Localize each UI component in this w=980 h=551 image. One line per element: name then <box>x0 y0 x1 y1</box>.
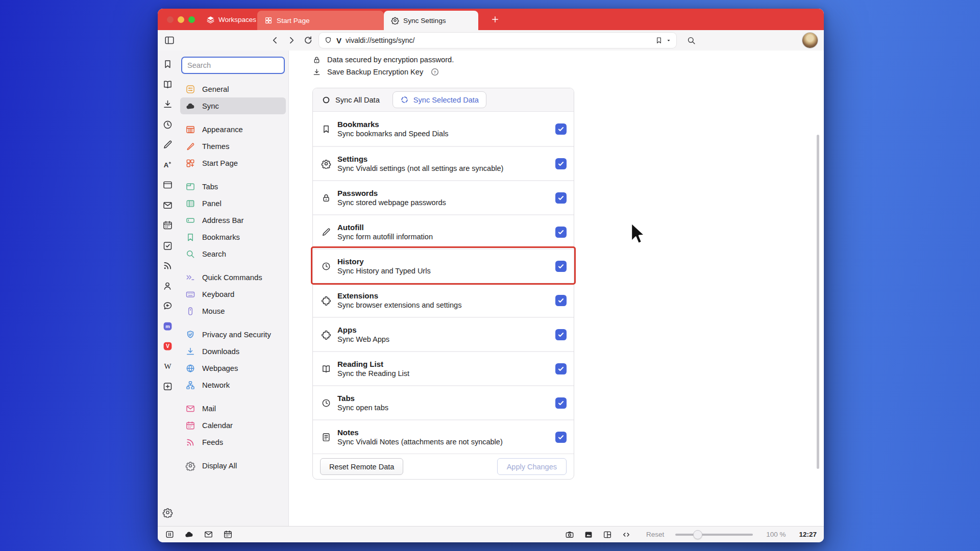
sidebar-item-privacy-and-security[interactable]: Privacy and Security <box>180 326 286 343</box>
sidebar-item-themes[interactable]: Themes <box>180 138 286 155</box>
sync-item-checkbox[interactable] <box>555 261 567 272</box>
page-scrollbar[interactable] <box>817 135 819 469</box>
sync-item-checkbox[interactable] <box>555 192 567 204</box>
backup-key-line[interactable]: Save Backup Encryption Key ? <box>312 66 824 78</box>
sync-item-checkbox[interactable] <box>555 295 567 306</box>
mail-panel-button[interactable] <box>162 200 173 211</box>
url-text[interactable]: vivaldi://settings/sync/ <box>346 36 651 44</box>
sidebar-item-bookmarks[interactable]: Bookmarks <box>180 229 286 245</box>
sidebar-item-quick-commands[interactable]: Quick Commands <box>180 269 286 286</box>
sync-item-checkbox[interactable] <box>555 432 567 443</box>
sidebar-item-panel[interactable]: Panel <box>180 195 286 212</box>
profile-avatar[interactable] <box>802 33 818 48</box>
settings-panel-button[interactable] <box>162 507 173 518</box>
sidebar-item-general[interactable]: General <box>180 81 286 97</box>
sync-item-row-bookmarks[interactable]: BookmarksSync bookmarks and Speed Dials <box>313 112 574 146</box>
sync-item-row-tabs[interactable]: TabsSync open tabs <box>313 385 574 419</box>
add-webpanel-panel-button[interactable] <box>162 381 173 392</box>
chevron-down-icon[interactable] <box>666 38 671 43</box>
forward-button[interactable] <box>286 35 297 45</box>
zoom-slider-track[interactable] <box>675 534 753 536</box>
bookmark-icon[interactable] <box>655 36 663 44</box>
translate-panel-button[interactable]: A <box>162 160 173 170</box>
lock-icon <box>312 56 321 64</box>
reset-remote-data-button[interactable]: Reset Remote Data <box>320 458 403 475</box>
sync-item-checkbox[interactable] <box>555 227 567 238</box>
session-panel-button[interactable] <box>162 300 173 311</box>
sidebar-item-appearance[interactable]: Appearance <box>180 121 286 138</box>
workspaces-button[interactable]: Workspaces <box>206 15 265 24</box>
sidebar-item-network[interactable]: Network <box>180 377 286 393</box>
sync-item-checkbox[interactable] <box>555 329 567 340</box>
tile-statusbar-button[interactable] <box>603 530 612 539</box>
contacts-panel-button[interactable] <box>162 281 173 291</box>
sidebar-item-webpages[interactable]: Webpages <box>180 360 286 377</box>
code-statusbar-button[interactable] <box>622 530 631 539</box>
sync-item-checkbox[interactable] <box>555 363 567 374</box>
settings-search-input[interactable] <box>181 57 285 74</box>
sidebar-item-calendar[interactable]: Calendar <box>180 417 286 434</box>
mail-statusbar-button[interactable] <box>204 530 213 539</box>
sync-item-row-extensions[interactable]: ExtensionsSync browser extensions and se… <box>313 283 574 317</box>
sync-item-row-passwords[interactable]: PasswordsSync stored webpage passwords <box>313 180 574 214</box>
tab-start-page[interactable]: Start Page <box>257 11 384 30</box>
sync-all-data-option[interactable]: Sync All Data <box>322 95 380 105</box>
sidebar-item-address-bar[interactable]: Address Bar <box>180 212 286 229</box>
minimize-window-button[interactable] <box>178 16 184 23</box>
sync-item-row-notes[interactable]: NotesSync Vivaldi Notes (attachments are… <box>313 419 574 454</box>
sync-item-row-autofill[interactable]: AutofillSync form autofill information <box>313 214 574 248</box>
close-window-button[interactable] <box>167 16 174 23</box>
sidebar-item-mouse[interactable]: Mouse <box>180 303 286 319</box>
sidebar-item-feeds[interactable]: Feeds <box>180 434 286 450</box>
reload-button[interactable] <box>303 35 313 45</box>
cloud-statusbar-button[interactable] <box>184 530 194 539</box>
tasks-panel-button[interactable] <box>162 240 173 251</box>
sync-item-row-apps[interactable]: AppsSync Web Apps <box>313 317 574 351</box>
sidebar-item-mail[interactable]: Mail <box>180 400 286 417</box>
sidebar-item-keyboard[interactable]: Keyboard <box>180 286 286 303</box>
feeds-panel-button[interactable] <box>162 260 173 271</box>
image-statusbar-button[interactable] <box>584 530 593 539</box>
wikipedia-panel-button[interactable]: W <box>162 361 173 372</box>
notes-panel-button[interactable] <box>162 139 173 150</box>
camera-statusbar-button[interactable] <box>565 530 574 539</box>
feeds-icon <box>185 437 195 447</box>
zoom-slider-knob[interactable] <box>693 530 702 539</box>
sidebar-item-search[interactable]: Search <box>180 245 286 262</box>
history-panel-button[interactable] <box>162 119 173 130</box>
sidebar-item-sync[interactable]: Sync <box>180 97 286 114</box>
panel-toggle-button[interactable] <box>164 35 175 46</box>
reading-list-panel-button[interactable] <box>162 79 173 90</box>
zoom-reset-button[interactable]: Reset <box>646 531 664 538</box>
download-panel-button[interactable] <box>162 99 173 110</box>
sidebar-item-downloads[interactable]: Downloads <box>180 343 286 360</box>
sidebar-item-start-page[interactable]: Start Page <box>180 155 286 171</box>
sync-item-row-settings[interactable]: SettingsSync Vivaldi settings (not all s… <box>313 146 574 180</box>
sync-item-checkbox[interactable] <box>555 158 567 169</box>
shield-icon[interactable] <box>324 36 332 44</box>
sidebar-item-display-all[interactable]: Display All <box>180 457 286 474</box>
tab-sync-settings[interactable]: Sync Settings <box>384 11 478 30</box>
zoom-window-button[interactable] <box>188 16 195 23</box>
calendar-statusbar-button[interactable] <box>223 530 233 539</box>
backup-key-text[interactable]: Save Backup Encryption Key <box>327 68 423 76</box>
new-tab-button[interactable] <box>491 15 500 24</box>
apply-changes-button[interactable]: Apply Changes <box>497 458 567 475</box>
sync-item-checkbox[interactable] <box>555 397 567 409</box>
sync-item-row-reading-list[interactable]: Reading ListSync the Reading List <box>313 351 574 385</box>
vivaldi-panel-button[interactable]: V <box>162 341 173 352</box>
sync-item-checkbox[interactable] <box>555 123 567 135</box>
back-button[interactable] <box>270 35 280 45</box>
pause-panel-statusbar-button[interactable] <box>165 530 175 539</box>
sync-item-row-history[interactable]: HistorySync History and Typed Urls <box>313 248 574 283</box>
sidebar-item-tabs[interactable]: Tabs <box>180 178 286 195</box>
bookmark-panel-button[interactable] <box>162 59 173 69</box>
calendar-panel-button[interactable] <box>162 220 173 231</box>
window-panel-button[interactable] <box>162 180 173 190</box>
help-icon[interactable]: ? <box>430 67 439 77</box>
address-field[interactable]: V vivaldi://settings/sync/ <box>319 33 676 48</box>
search-icon[interactable] <box>687 36 696 45</box>
sync-selected-data-option[interactable]: Sync Selected Data <box>393 91 486 108</box>
mastodon-panel-button[interactable]: m <box>162 321 173 332</box>
zoom-slider[interactable] <box>675 530 753 539</box>
